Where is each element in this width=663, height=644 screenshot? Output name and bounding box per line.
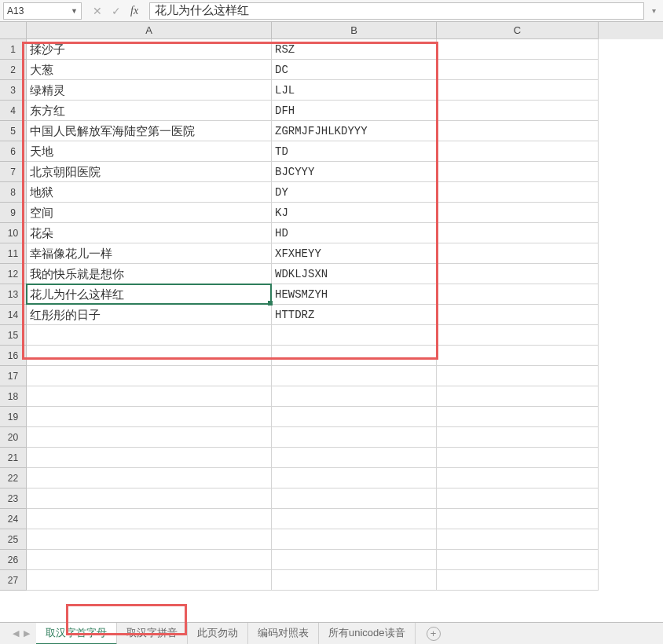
cell[interactable]	[437, 366, 599, 386]
cell[interactable]	[272, 427, 437, 448]
tab-nav-prev-icon[interactable]: ◀	[13, 628, 19, 639]
sheet-tab[interactable]: 取汉字拼音	[117, 623, 188, 645]
cell[interactable]	[272, 550, 437, 570]
row-header[interactable]: 24	[0, 509, 27, 529]
cell[interactable]	[272, 448, 437, 468]
row-header[interactable]: 25	[0, 529, 27, 550]
formula-expand-icon[interactable]: ▾	[647, 6, 660, 15]
cell[interactable]: 空间	[27, 203, 272, 223]
row-header[interactable]: 3	[0, 80, 27, 101]
cell[interactable]	[27, 509, 272, 529]
cell[interactable]: XFXHEYY	[272, 243, 437, 264]
cell[interactable]: 天地	[27, 141, 272, 162]
cell[interactable]	[437, 80, 599, 101]
sheet-tab[interactable]: 取汉字首字母	[36, 623, 117, 645]
cell[interactable]	[437, 305, 599, 325]
row-header[interactable]: 8	[0, 182, 27, 203]
row-header[interactable]: 1	[0, 39, 27, 60]
cell[interactable]	[437, 101, 599, 121]
sheet-tab[interactable]: 此页勿动	[188, 623, 248, 645]
cell[interactable]	[437, 182, 599, 203]
formula-input[interactable]: 花儿为什么这样红	[149, 2, 644, 20]
row-header[interactable]: 6	[0, 141, 27, 162]
cell[interactable]	[27, 346, 272, 366]
cell[interactable]	[437, 162, 599, 182]
cell[interactable]: 花儿为什么这样红	[27, 284, 272, 305]
row-header[interactable]: 15	[0, 325, 27, 346]
cell[interactable]	[272, 346, 437, 366]
cell[interactable]: 大葱	[27, 60, 272, 80]
cell[interactable]	[437, 570, 599, 591]
row-header[interactable]: 13	[0, 284, 27, 305]
row-header[interactable]: 16	[0, 346, 27, 366]
cell[interactable]: 地狱	[27, 182, 272, 203]
cell[interactable]: 揉沙子	[27, 39, 272, 60]
add-sheet-button[interactable]: +	[427, 627, 441, 641]
cell[interactable]: 绿精灵	[27, 80, 272, 101]
row-header[interactable]: 4	[0, 101, 27, 121]
cell[interactable]	[437, 529, 599, 550]
cell[interactable]: WDKLJSXN	[272, 264, 437, 284]
cell[interactable]	[27, 427, 272, 448]
cell[interactable]: KJ	[272, 203, 437, 223]
cell[interactable]	[27, 570, 272, 591]
cell[interactable]	[272, 529, 437, 550]
cell[interactable]	[27, 468, 272, 488]
row-header[interactable]: 19	[0, 407, 27, 427]
cell[interactable]	[437, 264, 599, 284]
cell[interactable]	[27, 448, 272, 468]
row-header[interactable]: 26	[0, 550, 27, 570]
cell[interactable]	[272, 366, 437, 386]
row-header[interactable]: 2	[0, 60, 27, 80]
cell[interactable]	[272, 407, 437, 427]
fx-icon[interactable]: fx	[130, 5, 138, 17]
cell[interactable]	[437, 60, 599, 80]
cell[interactable]	[272, 468, 437, 488]
cell[interactable]	[27, 325, 272, 346]
col-header-c[interactable]: C	[437, 22, 599, 39]
cell[interactable]	[437, 243, 599, 264]
cell[interactable]	[272, 509, 437, 529]
cell[interactable]: 东方红	[27, 101, 272, 121]
row-header[interactable]: 11	[0, 243, 27, 264]
row-header[interactable]: 9	[0, 203, 27, 223]
cell[interactable]: ZGRMJFJHLKDYYY	[272, 121, 437, 141]
cell[interactable]	[27, 529, 272, 550]
row-header[interactable]: 10	[0, 223, 27, 243]
row-header[interactable]: 7	[0, 162, 27, 182]
cell[interactable]	[27, 488, 272, 509]
row-header[interactable]: 5	[0, 121, 27, 141]
cell[interactable]	[27, 407, 272, 427]
cell[interactable]	[437, 284, 599, 305]
cell[interactable]: DY	[272, 182, 437, 203]
cell[interactable]	[272, 570, 437, 591]
cell[interactable]	[272, 325, 437, 346]
cancel-icon[interactable]: ✕	[93, 5, 102, 17]
cell[interactable]	[437, 223, 599, 243]
cell[interactable]: LJL	[272, 80, 437, 101]
cell[interactable]: 花朵	[27, 223, 272, 243]
col-header-a[interactable]: A	[27, 22, 272, 39]
cell[interactable]: RSZ	[272, 39, 437, 60]
cell[interactable]	[272, 488, 437, 509]
cell[interactable]: BJCYYY	[272, 162, 437, 182]
cell[interactable]: 红彤彤的日子	[27, 305, 272, 325]
cell[interactable]: HTTDRZ	[272, 305, 437, 325]
cell[interactable]	[437, 121, 599, 141]
cell[interactable]	[437, 427, 599, 448]
cell[interactable]	[272, 386, 437, 407]
cell[interactable]	[437, 346, 599, 366]
cell[interactable]: 中国人民解放军海陆空第一医院	[27, 121, 272, 141]
cell[interactable]	[437, 39, 599, 60]
cell[interactable]: DFH	[272, 101, 437, 121]
cell[interactable]	[27, 550, 272, 570]
cell[interactable]	[437, 325, 599, 346]
cell[interactable]	[437, 141, 599, 162]
cell[interactable]	[27, 386, 272, 407]
cell[interactable]: DC	[272, 60, 437, 80]
col-header-b[interactable]: B	[272, 22, 437, 39]
sheet-tab[interactable]: 编码对照表	[248, 623, 319, 645]
cell[interactable]	[27, 366, 272, 386]
row-header[interactable]: 12	[0, 264, 27, 284]
cell[interactable]: HD	[272, 223, 437, 243]
